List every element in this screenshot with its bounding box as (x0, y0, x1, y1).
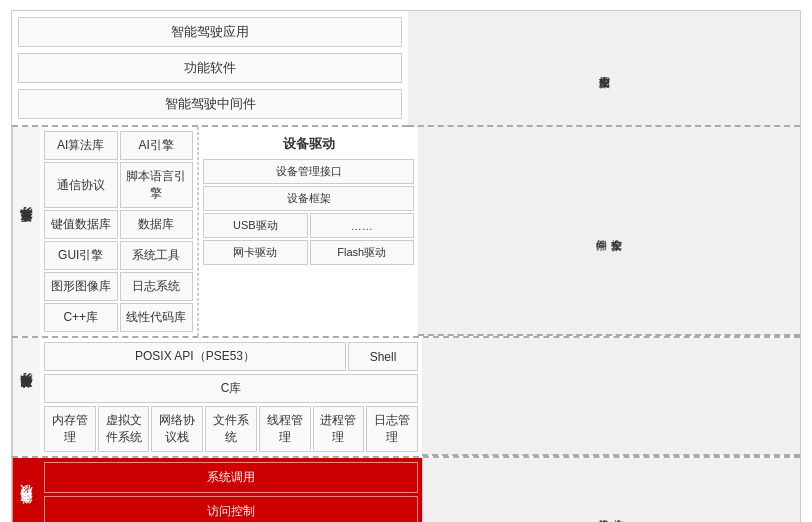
sys-gui: GUI引擎 (44, 241, 118, 270)
sys-linear: 线性代码库 (120, 303, 194, 332)
device-title: 设备驱动 (203, 131, 414, 157)
flash-driver: Flash驱动 (310, 240, 415, 265)
device-framework: 设备框架 (203, 186, 414, 211)
base-section: 基础 服务 POSIX API（PSE53） Shell C库 内存管理 虚拟文… (12, 338, 800, 458)
sys-cpp: C++库 (44, 303, 118, 332)
access-control: 访问控制 (44, 496, 418, 522)
device-driver-section: 设备驱动 设备管理接口 设备框架 USB驱动 …… 网卡驱动 Flash驱动 (198, 127, 418, 336)
mem-mgmt: 内存管理 (44, 406, 96, 452)
kernel-label: 微 内 核 (12, 458, 40, 522)
base-label: 基础 服务 (12, 338, 40, 456)
sys-ai-engine: AI引擎 (120, 131, 194, 160)
vfs: 虚拟文件系统 (98, 406, 150, 452)
sys-comm-proto: 通信协议 (44, 162, 118, 208)
thread-mgmt: 线程管理 (259, 406, 311, 452)
syscall: 系统调用 (44, 462, 418, 493)
top-section: 智能驾驶应用 功能软件 智能驾驶中间件 安全车控应用 (12, 11, 800, 127)
log-mgmt: 日志管理 (366, 406, 418, 452)
proc-mgmt: 进程管理 (313, 406, 365, 452)
sys-tools: 系统工具 (120, 241, 194, 270)
shell: Shell (348, 342, 418, 371)
architecture-diagram: 智能驾驶应用 功能软件 智能驾驶中间件 安全车控应用 系统 服务 AI算法库 A… (11, 10, 801, 522)
sys-main-grid: AI算法库 AI引擎 通信协议 脚本语言引擎 键值数据库 数据库 GUI引擎 系… (40, 127, 198, 336)
posix-api: POSIX API（PSE53） (44, 342, 346, 371)
sys-section: 系统 服务 AI算法库 AI引擎 通信协议 脚本语言引擎 键值数据库 数据库 G… (12, 127, 800, 338)
sys-script-engine: 脚本语言引擎 (120, 162, 194, 208)
sys-graphics: 图形图像库 (44, 272, 118, 301)
device-mgmt-iface: 设备管理接口 (203, 159, 414, 184)
functional-software: 功能软件 (18, 53, 402, 83)
kernel-section: 微 内 核 系统调用 访问控制 中断管理 任务管理与调度 地址空间 任务间通信 … (12, 458, 800, 522)
clib: C库 (44, 374, 418, 403)
intelligent-driving-app: 智能驾驶应用 (18, 17, 402, 47)
right-label-top: 安全车控应用 (408, 11, 800, 127)
sys-label: 系统 服务 (12, 127, 40, 336)
nic-driver: 网卡驱动 (203, 240, 308, 265)
right-label-base (422, 338, 800, 456)
right-label-sys: 安全车控 中间件 (418, 127, 800, 336)
net-stack: 网络协议栈 (151, 406, 203, 452)
right-label-kernel: 安全车控 操作系统 (422, 458, 801, 522)
sys-kv-db: 键值数据库 (44, 210, 118, 239)
usb-driver: USB驱动 (203, 213, 308, 238)
sys-ai-lib: AI算法库 (44, 131, 118, 160)
intelligent-driving-middleware: 智能驾驶中间件 (18, 89, 402, 119)
sys-log: 日志系统 (120, 272, 194, 301)
fs: 文件系统 (205, 406, 257, 452)
base-content: POSIX API（PSE53） Shell C库 内存管理 虚拟文件系统 网络… (40, 338, 422, 456)
dots: …… (310, 213, 415, 238)
sys-db: 数据库 (120, 210, 194, 239)
